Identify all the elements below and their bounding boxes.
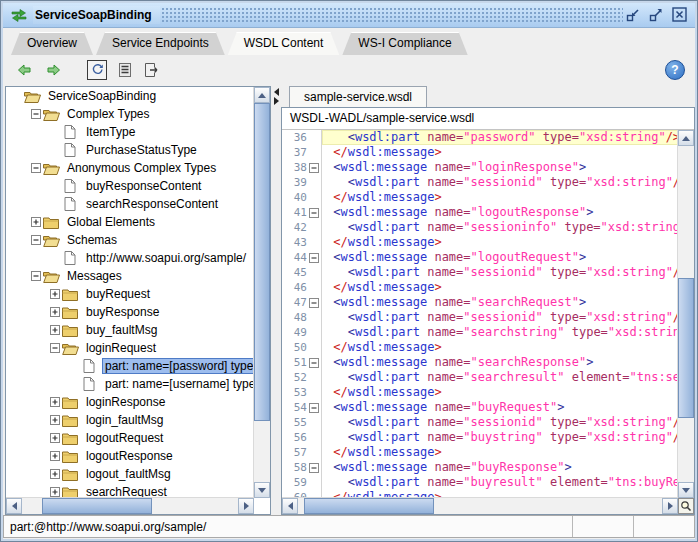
code-line[interactable]: 55 <wsdl:part name="sessionid" type="xsd… xyxy=(282,415,678,430)
scroll-right-icon[interactable] xyxy=(662,498,678,514)
tree-item[interactable]: logoutResponse xyxy=(6,447,254,465)
code-line[interactable]: 59 <wsdl:part name="buyresult" element="… xyxy=(282,475,678,490)
code-line[interactable]: 54 <wsdl:message name="buyRequest"> xyxy=(282,400,678,415)
xml-code-editor[interactable]: 36 <wsdl:part name="password" type="xsd:… xyxy=(282,130,678,498)
tree-item[interactable]: PurchaseStatusType xyxy=(6,141,254,159)
tree-vertical-scrollbar[interactable] xyxy=(253,87,270,498)
back-button[interactable] xyxy=(15,60,35,80)
tree-item[interactable]: Anonymous Complex Types xyxy=(6,159,254,177)
schema-tree[interactable]: ServiceSoapBindingComplex TypesItemTypeP… xyxy=(6,87,254,498)
scroll-left-icon[interactable] xyxy=(6,498,22,514)
tree-item[interactable]: buyRequest xyxy=(6,285,254,303)
close-x-icon[interactable] xyxy=(671,6,687,22)
expand-node-icon[interactable] xyxy=(48,303,61,321)
fold-minus-icon[interactable] xyxy=(307,355,322,370)
editor-vertical-scrollbar[interactable] xyxy=(677,130,694,498)
tree-hscroll-thumb[interactable] xyxy=(42,498,152,514)
tab-overview[interactable]: Overview xyxy=(11,32,93,55)
code-line[interactable]: 49 <wsdl:part name="searchstring" type="… xyxy=(282,325,678,340)
code-line[interactable]: 48 <wsdl:part name="sessionid" type="xsd… xyxy=(282,310,678,325)
editor-horizontal-scrollbar[interactable] xyxy=(282,497,678,514)
expand-node-icon[interactable] xyxy=(48,411,61,429)
fold-minus-icon[interactable] xyxy=(307,250,322,265)
editor-hscroll-thumb[interactable] xyxy=(304,498,434,514)
code-line[interactable]: 43 </wsdl:message> xyxy=(282,235,678,250)
scroll-up-icon[interactable] xyxy=(678,130,694,146)
scroll-left-icon[interactable] xyxy=(282,498,298,514)
code-line[interactable]: 40 </wsdl:message> xyxy=(282,190,678,205)
expand-node-icon[interactable] xyxy=(48,393,61,411)
magnifier-icon[interactable] xyxy=(678,498,694,514)
fold-minus-icon[interactable] xyxy=(307,460,322,475)
panel-splitter[interactable] xyxy=(271,86,281,515)
collapse-left-icon[interactable] xyxy=(274,88,279,96)
code-line[interactable]: 44 <wsdl:message name="logoutRequest"> xyxy=(282,250,678,265)
scroll-up-icon[interactable] xyxy=(254,87,270,103)
code-line[interactable]: 46 </wsdl:message> xyxy=(282,280,678,295)
tree-item[interactable]: loginResponse xyxy=(6,393,254,411)
collapse-right-icon[interactable] xyxy=(274,97,279,105)
tree-item[interactable]: buyResponse xyxy=(6,303,254,321)
tree-item[interactable]: Complex Types xyxy=(6,105,254,123)
collapse-node-icon[interactable] xyxy=(29,159,42,177)
tree-item[interactable]: logoutRequest xyxy=(6,429,254,447)
tree-item[interactable]: Schemas xyxy=(6,231,254,249)
tree-item[interactable]: searchRequest xyxy=(6,483,254,498)
code-line[interactable]: 47 <wsdl:message name="searchRequest"> xyxy=(282,295,678,310)
expand-node-icon[interactable] xyxy=(48,465,61,483)
expand-node-icon[interactable] xyxy=(48,429,61,447)
collapse-node-icon[interactable] xyxy=(29,105,42,123)
fold-minus-icon[interactable] xyxy=(307,205,322,220)
expand-node-icon[interactable] xyxy=(48,483,61,498)
scroll-down-icon[interactable] xyxy=(254,482,270,498)
code-line[interactable]: 52 <wsdl:part name="searchresult" elemen… xyxy=(282,370,678,385)
tree-item[interactable]: ItemType xyxy=(6,123,254,141)
code-line[interactable]: 53 </wsdl:message> xyxy=(282,385,678,400)
tree-item[interactable]: buyResponseContent xyxy=(6,177,254,195)
export-definition-button[interactable] xyxy=(143,60,163,80)
wsdl-file-tab[interactable]: sample-service.wsdl xyxy=(289,86,427,108)
code-line[interactable]: 39 <wsdl:part name="sessionid" type="xsd… xyxy=(282,175,678,190)
code-line[interactable]: 42 <wsdl:part name="sessioninfo" type="x… xyxy=(282,220,678,235)
expand-node-icon[interactable] xyxy=(48,285,61,303)
code-line[interactable]: 37 </wsdl:message> xyxy=(282,145,678,160)
code-line[interactable]: 50 </wsdl:message> xyxy=(282,340,678,355)
forward-button[interactable] xyxy=(43,60,63,80)
fold-minus-icon[interactable] xyxy=(307,295,322,310)
tree-item[interactable]: logout_faultMsg xyxy=(6,465,254,483)
editor-scroll-thumb[interactable] xyxy=(678,278,694,418)
tree-item[interactable]: part: name=[password] type= xyxy=(6,357,254,375)
collapse-node-icon[interactable] xyxy=(29,231,42,249)
collapse-node-icon[interactable] xyxy=(29,267,42,285)
tree-item[interactable]: part: name=[username] type= xyxy=(6,375,254,393)
expand-node-icon[interactable] xyxy=(48,321,61,339)
tree-item[interactable]: buy_faultMsg xyxy=(6,321,254,339)
expand-node-icon[interactable] xyxy=(48,447,61,465)
tree-item[interactable]: Global Elements xyxy=(6,213,254,231)
fold-minus-icon[interactable] xyxy=(307,400,322,415)
scroll-right-icon[interactable] xyxy=(238,498,254,514)
tree-horizontal-scrollbar[interactable] xyxy=(6,497,254,514)
code-line[interactable]: 51 <wsdl:message name="searchResponse"> xyxy=(282,355,678,370)
tab-wsdl-content[interactable]: WSDL Content xyxy=(228,32,340,55)
tree-item[interactable]: loginRequest xyxy=(6,339,254,357)
tree-item[interactable]: ServiceSoapBinding xyxy=(6,87,254,105)
update-definition-button[interactable] xyxy=(87,60,107,80)
fold-minus-icon[interactable] xyxy=(307,160,322,175)
dock-arrow-icon[interactable] xyxy=(625,6,641,22)
code-line[interactable]: 45 <wsdl:part name="sessionid" type="xsd… xyxy=(282,265,678,280)
help-icon[interactable]: ? xyxy=(665,60,685,80)
code-line[interactable]: 38 <wsdl:message name="loginResponse"> xyxy=(282,160,678,175)
code-line[interactable]: 57 </wsdl:message> xyxy=(282,445,678,460)
scroll-down-icon[interactable] xyxy=(678,482,694,498)
tree-item[interactable]: Messages xyxy=(6,267,254,285)
expand-node-icon[interactable] xyxy=(29,213,42,231)
float-arrow-icon[interactable] xyxy=(648,6,664,22)
code-line[interactable]: 41 <wsdl:message name="logoutResponse"> xyxy=(282,205,678,220)
tree-item[interactable]: searchResponseContent xyxy=(6,195,254,213)
tab-service-endpoints[interactable]: Service Endpoints xyxy=(96,32,225,55)
tree-item[interactable]: http://www.soapui.org/sample/ xyxy=(6,249,254,267)
tree-scroll-thumb[interactable] xyxy=(254,103,270,421)
tree-item[interactable]: login_faultMsg xyxy=(6,411,254,429)
tab-wsi-compliance[interactable]: WS-I Compliance xyxy=(342,32,467,55)
